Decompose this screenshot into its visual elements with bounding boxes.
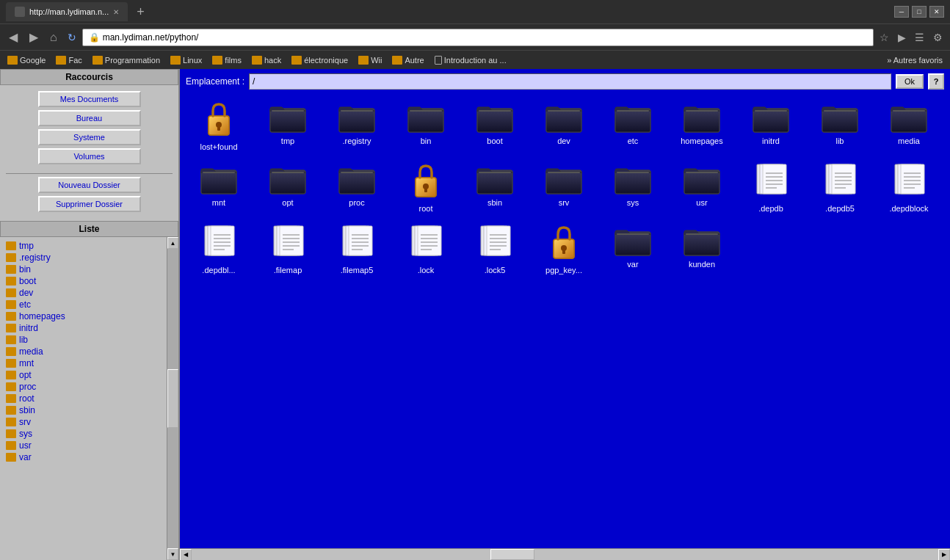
file-name: .depdblock <box>889 204 928 213</box>
file-item[interactable]: sys <box>600 159 666 217</box>
sidebar-list-item[interactable]: sbin <box>6 404 161 416</box>
bookmark-google[interactable]: Google <box>3 54 50 66</box>
sidebar-list-item[interactable]: root <box>6 393 161 404</box>
bookmark-electronique[interactable]: électronique <box>287 54 352 66</box>
bookmark-programmation[interactable]: Programmation <box>88 54 164 66</box>
back-button[interactable]: ◀ <box>4 29 22 46</box>
sidebar-list-item[interactable]: proc <box>6 381 161 393</box>
file-item[interactable]: media <box>876 97 942 156</box>
file-item[interactable]: etc <box>600 97 666 156</box>
file-name: var <box>627 260 638 269</box>
file-item[interactable]: .filemap <box>255 220 321 279</box>
maximize-button[interactable]: □ <box>912 6 927 18</box>
file-item[interactable]: .depdbl... <box>186 220 252 279</box>
bookmark-autre[interactable]: Autre <box>388 54 428 66</box>
tab-close-button[interactable]: ✕ <box>113 8 119 16</box>
sidebar-list-item[interactable]: boot <box>6 275 161 287</box>
file-item[interactable]: initrd <box>738 97 804 156</box>
scroll-thumb[interactable] <box>167 369 178 428</box>
file-item[interactable]: dev <box>531 97 597 156</box>
location-ok-button[interactable]: Ok <box>896 74 924 89</box>
file-item[interactable]: tmp <box>255 97 321 156</box>
sidebar-list-item[interactable]: mnt <box>6 357 161 369</box>
file-item[interactable]: lib <box>807 97 873 156</box>
file-item[interactable]: sbin <box>462 159 528 217</box>
sidebar-list-item[interactable]: homepages <box>6 310 161 322</box>
sidebar-list-item[interactable]: media <box>6 346 161 357</box>
file-item[interactable]: boot <box>462 97 528 156</box>
sidebar-list-item[interactable]: tmp <box>6 240 161 252</box>
delete-folder-button[interactable]: Supprimer Dossier <box>38 196 141 212</box>
file-item[interactable]: opt <box>255 159 321 217</box>
file-item[interactable]: bin <box>393 97 459 156</box>
address-bar[interactable]: 🔒 man.lydiman.net/python/ <box>82 29 874 46</box>
browser-tab[interactable]: http://man.lydiman.n... ✕ <box>6 2 128 21</box>
sidebar-list-item[interactable]: dev <box>6 287 161 299</box>
file-item[interactable]: proc <box>324 159 390 217</box>
scroll-right-button[interactable]: ▶ <box>938 549 950 561</box>
horizontal-scroll-thumb[interactable] <box>490 549 534 560</box>
systeme-button[interactable]: Systeme <box>38 129 141 145</box>
sidebar-list-item[interactable]: initrd <box>6 322 161 334</box>
file-item[interactable]: usr <box>669 159 735 217</box>
location-input[interactable] <box>249 73 891 90</box>
new-tab-button[interactable]: + <box>137 4 145 20</box>
file-item[interactable]: .filemap5 <box>324 220 390 279</box>
file-item[interactable]: mnt <box>186 159 252 217</box>
file-name: kunden <box>689 260 715 269</box>
file-item[interactable]: lost+found <box>186 97 252 156</box>
minimize-button[interactable]: ─ <box>894 6 909 18</box>
bureau-button[interactable]: Bureau <box>38 110 141 126</box>
file-item[interactable]: var <box>600 220 666 279</box>
document-icon <box>824 163 856 201</box>
file-item[interactable]: .depdb <box>738 159 804 217</box>
close-button[interactable]: ✕ <box>929 6 944 18</box>
volumes-button[interactable]: Volumes <box>38 148 141 164</box>
location-help-button[interactable]: ? <box>928 73 944 90</box>
file-item[interactable]: .lock <box>393 220 459 279</box>
bookmark-introduction[interactable]: Introduction au ... <box>430 54 511 66</box>
sidebar-list-item[interactable]: etc <box>6 299 161 310</box>
sidebar-list-item[interactable]: .registry <box>6 252 161 263</box>
bookmark-label: Fac <box>68 56 81 65</box>
file-item[interactable]: .lock5 <box>462 220 528 279</box>
file-item[interactable]: .registry <box>324 97 390 156</box>
menu-button-2[interactable]: ⚙ <box>930 30 946 45</box>
sidebar-list-item[interactable]: usr <box>6 440 161 451</box>
file-item[interactable]: root <box>393 159 459 217</box>
file-item[interactable]: .depdblock <box>876 159 942 217</box>
refresh-button[interactable]: ↻ <box>65 30 79 45</box>
bookmark-linux[interactable]: Linux <box>166 54 206 66</box>
file-item[interactable]: .depdb5 <box>807 159 873 217</box>
bookmark-hack[interactable]: hack <box>247 54 286 66</box>
file-item[interactable]: homepages <box>669 97 735 156</box>
bookmark-fac[interactable]: Fac <box>51 54 86 66</box>
sidebar-list-item[interactable]: sys <box>6 428 161 440</box>
svg-rect-132 <box>686 233 718 235</box>
sidebar-list-item[interactable]: bin <box>6 263 161 275</box>
sidebar-list-item[interactable]: srv <box>6 416 161 428</box>
scroll-down-button[interactable]: ▼ <box>167 548 178 560</box>
svg-rect-52 <box>548 172 580 173</box>
file-item[interactable]: kunden <box>669 220 735 279</box>
svg-rect-24 <box>686 110 718 112</box>
scroll-up-button[interactable]: ▲ <box>167 237 178 249</box>
nav-extra-button[interactable]: ▶ <box>895 30 909 45</box>
bookmarks-more[interactable]: » Autres favoris <box>882 54 947 66</box>
home-button[interactable]: ⌂ <box>46 29 62 46</box>
new-folder-button[interactable]: Nouveau Dossier <box>38 177 141 193</box>
sidebar-list-item[interactable]: lib <box>6 334 161 346</box>
bookmark-films[interactable]: films <box>208 54 246 66</box>
file-item[interactable]: srv <box>531 159 597 217</box>
bookmark-wii[interactable]: Wii <box>354 54 386 66</box>
sidebar-list-item[interactable]: opt <box>6 369 161 381</box>
svg-rect-38 <box>270 170 305 194</box>
mes-documents-button[interactable]: Mes Documents <box>38 91 141 107</box>
bookmark-star-button[interactable]: ☆ <box>877 30 892 45</box>
forward-button[interactable]: ▶ <box>25 29 43 46</box>
menu-button-1[interactable]: ☰ <box>912 30 927 45</box>
scroll-left-button[interactable]: ◀ <box>180 549 192 561</box>
file-item[interactable]: pgp_key... <box>531 220 597 279</box>
file-name: mnt <box>212 198 225 207</box>
sidebar-list-item[interactable]: var <box>6 451 161 463</box>
